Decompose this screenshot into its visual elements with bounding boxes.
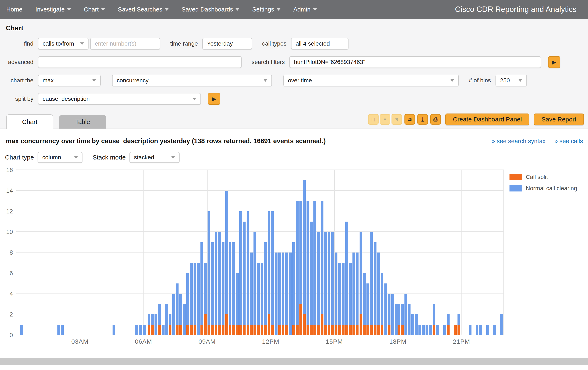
bar-segment-call-split[interactable] (222, 325, 224, 335)
bar-segment-normal-call-clearing[interactable] (388, 294, 390, 325)
bar-segment-call-split[interactable] (278, 325, 281, 335)
bar-segment-call-split[interactable] (179, 325, 182, 335)
chart-bar[interactable] (211, 170, 214, 335)
bar-segment-normal-call-clearing[interactable] (458, 314, 460, 325)
bar-segment-normal-call-clearing[interactable] (243, 222, 246, 325)
chart-bar[interactable] (317, 170, 320, 335)
bar-segment-call-split[interactable] (268, 314, 270, 335)
bar-segment-normal-call-clearing[interactable] (433, 304, 435, 325)
chart-bar[interactable] (169, 170, 171, 335)
nav-item-home[interactable]: Home (6, 6, 22, 13)
chart-bar[interactable] (225, 170, 228, 335)
find-select[interactable]: calls to/from (38, 38, 89, 50)
bar-segment-normal-call-clearing[interactable] (264, 242, 267, 325)
chart-bar[interactable] (356, 170, 358, 335)
bar-segment-normal-call-clearing[interactable] (257, 263, 260, 325)
bar-segment-normal-call-clearing[interactable] (360, 232, 362, 314)
chart-bar[interactable] (342, 170, 345, 335)
bar-segment-normal-call-clearing[interactable] (415, 314, 418, 335)
bar-segment-call-split[interactable] (151, 325, 154, 335)
bar-segment-normal-call-clearing[interactable] (352, 252, 355, 325)
chart-bar[interactable] (335, 170, 337, 335)
chart-bar[interactable] (360, 170, 362, 335)
bar-segment-call-split[interactable] (194, 325, 196, 335)
bar-segment-normal-call-clearing[interactable] (436, 325, 439, 335)
aggregation-select[interactable]: max (38, 75, 101, 86)
bar-segment-normal-call-clearing[interactable] (479, 325, 482, 335)
apply-split-button[interactable]: ▶ (208, 93, 220, 105)
bar-segment-call-split[interactable] (454, 325, 457, 335)
bar-segment-call-split[interactable] (253, 325, 256, 335)
bar-segment-normal-call-clearing[interactable] (285, 252, 288, 325)
chart-bar[interactable] (275, 170, 277, 335)
chart-bar[interactable] (282, 170, 284, 335)
bar-segment-normal-call-clearing[interactable] (222, 242, 224, 325)
bar-segment-call-split[interactable] (306, 325, 309, 335)
bar-segment-normal-call-clearing[interactable] (253, 232, 256, 325)
chart-bar[interactable] (253, 170, 256, 335)
bar-segment-call-split[interactable] (250, 325, 253, 335)
nav-item-admin[interactable]: Admin (293, 6, 317, 13)
see-calls-link[interactable]: » see calls (554, 138, 583, 144)
bar-segment-call-split[interactable] (158, 325, 161, 335)
bar-segment-normal-call-clearing[interactable] (250, 252, 253, 325)
metric-select[interactable]: concurrency (112, 75, 272, 86)
pause-button[interactable]: ❙❙ (368, 114, 378, 125)
chart-bar[interactable] (215, 170, 217, 335)
chart-bar[interactable] (476, 170, 478, 335)
bar-segment-normal-call-clearing[interactable] (426, 325, 428, 335)
chart-bar[interactable] (381, 170, 383, 335)
bar-segment-call-split[interactable] (338, 325, 341, 335)
bar-segment-normal-call-clearing[interactable] (367, 283, 369, 325)
number-input[interactable] (90, 38, 160, 50)
bar-segment-call-split[interactable] (200, 325, 203, 335)
chart-bar[interactable] (429, 170, 432, 335)
chart-bar[interactable] (338, 170, 341, 335)
chart-bar[interactable] (257, 170, 260, 335)
bar-segment-call-split[interactable] (374, 325, 377, 335)
over-select[interactable]: over time (283, 75, 459, 86)
chart-bar[interactable] (321, 170, 324, 335)
bar-segment-normal-call-clearing[interactable] (148, 314, 150, 325)
bar-segment-call-split[interactable] (352, 325, 355, 335)
chart-bar[interactable] (200, 170, 203, 335)
chart-type-select[interactable]: column (38, 152, 83, 163)
chart-bar[interactable] (426, 170, 428, 335)
bar-segment-normal-call-clearing[interactable] (143, 325, 146, 335)
chart-bar[interactable] (391, 170, 394, 335)
chart-bar[interactable] (148, 170, 150, 335)
chart-bar[interactable] (172, 170, 175, 335)
nav-item-investigate[interactable]: Investigate (35, 6, 71, 13)
export-button[interactable]: ⧉ (404, 114, 415, 125)
bar-segment-normal-call-clearing[interactable] (317, 232, 320, 325)
chart-bar[interactable] (363, 170, 366, 335)
chart-bar[interactable] (218, 170, 221, 335)
chart-bar[interactable] (469, 170, 472, 335)
bar-segment-normal-call-clearing[interactable] (381, 273, 383, 325)
bar-segment-call-split[interactable] (314, 325, 316, 335)
chart-bar[interactable] (151, 170, 154, 335)
advanced-input[interactable] (38, 56, 242, 68)
save-report-button[interactable]: Save Report (534, 113, 584, 125)
chart-bar[interactable] (143, 170, 146, 335)
bar-segment-normal-call-clearing[interactable] (113, 325, 115, 335)
chart-bar[interactable] (395, 170, 398, 335)
chart-bar[interactable] (404, 170, 407, 335)
chart-bar[interactable] (408, 170, 410, 335)
time-range-input[interactable] (202, 38, 252, 50)
bar-segment-normal-call-clearing[interactable] (239, 211, 242, 325)
chart-bar[interactable] (292, 170, 295, 335)
chart-bar[interactable] (183, 170, 186, 335)
chart-bar[interactable] (422, 170, 425, 335)
chart-bar[interactable] (229, 170, 231, 335)
chart-bar[interactable] (345, 170, 348, 335)
bar-segment-call-split[interactable] (208, 325, 210, 335)
bar-segment-normal-call-clearing[interactable] (247, 211, 249, 325)
bar-segment-normal-call-clearing[interactable] (391, 294, 394, 335)
bar-segment-normal-call-clearing[interactable] (190, 263, 193, 325)
bar-segment-normal-call-clearing[interactable] (429, 325, 432, 335)
chart-bar[interactable] (443, 170, 446, 335)
bar-segment-call-split[interactable] (335, 325, 337, 335)
bar-segment-normal-call-clearing[interactable] (476, 325, 478, 335)
bar-segment-call-split[interactable] (169, 325, 171, 335)
